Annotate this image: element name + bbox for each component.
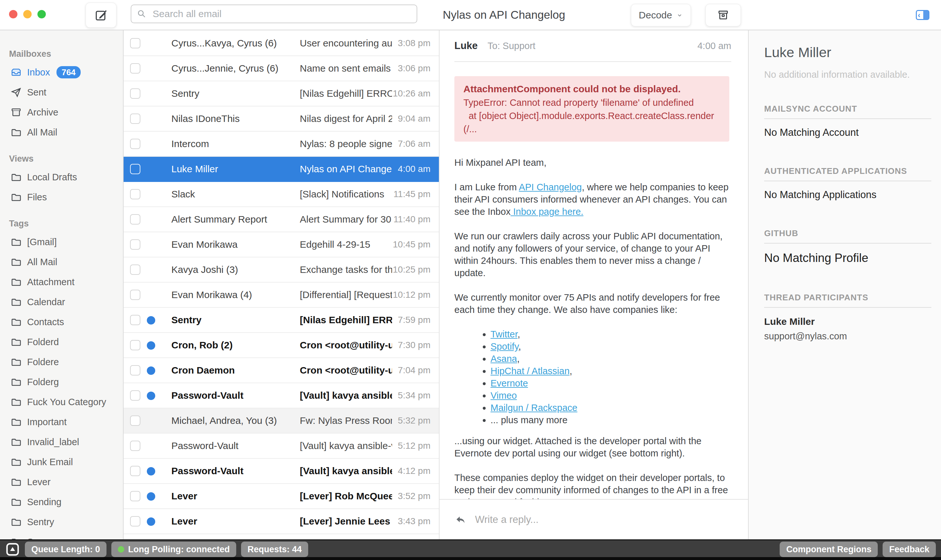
sidebar-section: Views <box>0 154 123 207</box>
company-link[interactable]: Evernote <box>491 378 528 388</box>
sidebar-item[interactable]: Lever <box>0 472 123 492</box>
company-link[interactable]: Vimeo <box>491 390 517 401</box>
thread-list-row[interactable]: Cron, Rob (2) Cron <root@utility-u 7:30 … <box>123 333 439 358</box>
sidebar-item[interactable]: Calendar <box>0 292 123 312</box>
thread-list-row[interactable]: Cyrus...Jennie, Cyrus (6) Name on sent e… <box>123 56 439 81</box>
thread-time: 3:06 pm <box>398 56 430 81</box>
thread-list-row[interactable]: Michael, Andrea, You (3) Fw: Nylas Press… <box>123 408 439 434</box>
sidebar-section: Mailboxes <box>0 49 123 142</box>
inbox-page-link[interactable]: Inbox page here. <box>511 206 584 217</box>
thread-checkbox[interactable] <box>130 365 140 375</box>
thread-list-row[interactable]: Lever [Lever] Jennie Lees ( 3:43 pm <box>123 509 439 534</box>
sidebar-item[interactable]: All Mail <box>0 252 123 272</box>
sidebar-item[interactable]: Archive <box>0 102 123 122</box>
long-polling-pill[interactable]: Long Polling: connected <box>111 542 236 557</box>
thread-checkbox[interactable] <box>130 290 140 300</box>
thread-list-row[interactable]: Alert Summary Report Alert Summary for 3… <box>123 207 439 232</box>
thread-list-row[interactable]: Intercom Nylas: 8 people signed 7:06 am <box>123 132 439 157</box>
sidebar-item[interactable]: Local Drafts <box>0 167 123 187</box>
sidebar-item[interactable]: Files <box>0 187 123 207</box>
thread-checkbox[interactable] <box>130 340 140 350</box>
thread-list-row[interactable]: Cron Daemon Cron <root@utility-u 7:04 pm <box>123 358 439 383</box>
feedback-button[interactable]: Feedback <box>882 542 936 557</box>
thread-checkbox[interactable] <box>130 516 140 526</box>
thread-checkbox[interactable] <box>130 88 140 99</box>
sidebar-item-label: Foldere <box>27 357 59 368</box>
thread-checkbox[interactable] <box>130 466 140 476</box>
thread-checkbox[interactable] <box>130 265 140 275</box>
toggle-sidebar-panel-button[interactable]: ‹ <box>916 10 929 20</box>
sidebar-item[interactable]: Sending <box>0 492 123 512</box>
thread-checkbox[interactable] <box>130 63 140 74</box>
sidebar-item[interactable]: All Mail <box>0 122 123 142</box>
thread-sender: Lever <box>171 509 295 534</box>
archive-thread-button[interactable] <box>705 4 741 26</box>
thread-checkbox[interactable] <box>130 164 140 174</box>
thread-list-row[interactable]: Evan Morikawa (4) [Differential] [Reques… <box>123 283 439 308</box>
activity-icon[interactable] <box>5 542 20 557</box>
sidebar-item-label: Spam <box>27 537 52 540</box>
thread-time: 4:12 pm <box>398 459 430 483</box>
sidebar-item[interactable]: Contacts <box>0 312 123 332</box>
sidebar-item[interactable]: Junk Email <box>0 452 123 472</box>
sidebar-item[interactable]: Sent <box>0 82 123 102</box>
thread-checkbox[interactable] <box>130 189 140 199</box>
company-link[interactable]: Asana <box>491 354 517 364</box>
thread-checkbox[interactable] <box>130 390 140 401</box>
unread-dot-icon <box>147 492 155 501</box>
sidebar-item[interactable]: Folderd <box>0 332 123 352</box>
thread-checkbox[interactable] <box>130 214 140 225</box>
send-icon <box>10 86 22 98</box>
sidebar-item[interactable]: Sentry <box>0 512 123 532</box>
contact-section: GITHUB No Matching Profile <box>764 228 931 265</box>
sidebar-item[interactable]: Important <box>0 412 123 432</box>
thread-checkbox[interactable] <box>130 315 140 325</box>
company-link[interactable]: Mailgun / Rackspace <box>491 403 577 413</box>
reply-composer[interactable]: Write a reply... <box>439 499 748 539</box>
thread-checkbox[interactable] <box>130 239 140 250</box>
thread-list-row[interactable]: Sentry [Nilas Edgehill] ERROR 10:26 am <box>123 81 439 106</box>
sidebar-item-label: Inbox <box>27 67 50 78</box>
thread-list-row[interactable]: Nilas IDoneThis Nilas digest for April 2… <box>123 106 439 132</box>
company-link[interactable]: HipChat / Atlassian <box>491 366 570 376</box>
thread-list-row[interactable]: Password-Vault [Vault] kavya ansible-v 5… <box>123 383 439 408</box>
thread-list-row[interactable]: Kavya Joshi (3) Exchange tasks for the 1… <box>123 257 439 283</box>
minimize-window-button[interactable] <box>23 10 32 18</box>
sidebar-item[interactable]: Fuck You Category <box>0 392 123 412</box>
decode-label: Decode <box>639 10 672 21</box>
api-changelog-link[interactable]: API Changelog <box>519 182 582 192</box>
search-input[interactable] <box>131 5 417 23</box>
thread-list-row[interactable]: Password-Vault [Vault] kavya ansible-v 4… <box>123 459 439 484</box>
sidebar-item[interactable]: Foldere <box>0 352 123 372</box>
thread-checkbox[interactable] <box>130 415 140 426</box>
component-regions-button[interactable]: Component Regions <box>780 542 878 557</box>
thread-list-row[interactable]: Sentry [Nilas Edgehill] ERROR 7:59 pm <box>123 308 439 333</box>
queue-length-pill[interactable]: Queue Length: 0 <box>25 542 106 557</box>
thread-checkbox[interactable] <box>130 38 140 48</box>
sidebar-item[interactable]: Inbox 764 <box>0 62 123 82</box>
thread-list-row[interactable]: Cyrus...Kavya, Cyrus (6) User encounteri… <box>123 31 439 56</box>
thread-checkbox[interactable] <box>130 441 140 451</box>
thread-list-row[interactable]: Password-Vault [Vault] kavya ansible-v 5… <box>123 434 439 459</box>
company-link[interactable]: Twitter <box>491 329 517 339</box>
thread-subject: Nylas on API Changelog <box>300 157 392 181</box>
company-link[interactable]: Spotify <box>491 341 519 352</box>
decode-button[interactable]: Decode <box>631 4 691 26</box>
thread-list-row[interactable]: Luke Miller Nylas on API Changelog 4:00 … <box>123 157 439 182</box>
thread-list-row[interactable]: Lever [Lever] Rob McQueen 3:52 pm <box>123 484 439 509</box>
thread-list-row[interactable]: Evan Morikawa Edgehill 4-29-15 10:45 pm <box>123 232 439 257</box>
sidebar-item[interactable]: Attachment <box>0 272 123 292</box>
sidebar-item[interactable]: Folderg <box>0 372 123 392</box>
sidebar-item[interactable]: Spam <box>0 532 123 539</box>
thread-checkbox[interactable] <box>130 491 140 501</box>
requests-pill[interactable]: Requests: 44 <box>241 542 308 557</box>
close-window-button[interactable] <box>9 10 17 18</box>
thread-checkbox[interactable] <box>130 114 140 124</box>
sidebar-item[interactable]: Invalid_label <box>0 432 123 452</box>
compose-button[interactable] <box>86 3 117 28</box>
zoom-window-button[interactable] <box>37 10 46 18</box>
thread-checkbox[interactable] <box>130 139 140 149</box>
list-item-text: , <box>570 366 572 376</box>
thread-list-row[interactable]: Slack [Slack] Notifications 11:45 pm <box>123 182 439 207</box>
sidebar-item[interactable]: [Gmail] <box>0 232 123 252</box>
